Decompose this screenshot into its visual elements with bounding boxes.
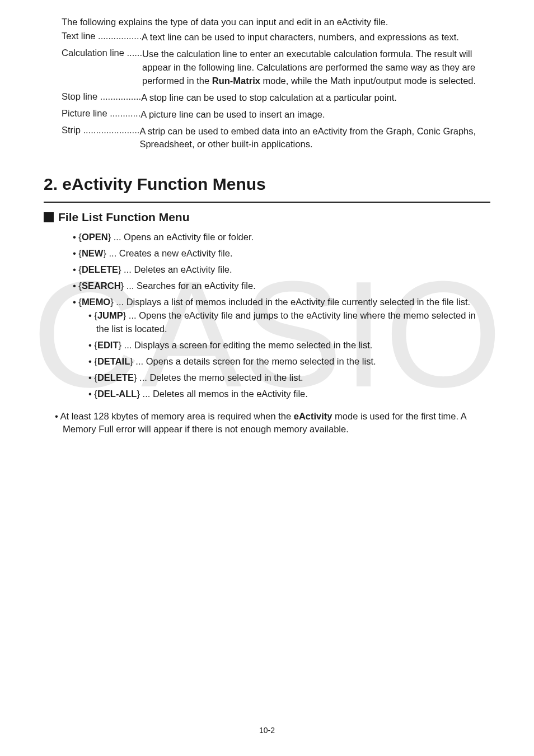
menu-desc: ... Displays a screen for editing the me… — [121, 340, 372, 350]
section-divider — [44, 202, 490, 203]
memory-note: • At least 128 kbytes of memory area is … — [55, 410, 490, 437]
menu-label: OPEN — [82, 232, 108, 242]
note-bold: eActivity — [294, 411, 332, 421]
menu-label: DEL-ALL — [97, 389, 137, 399]
definition-term: Text line ................. — [62, 31, 142, 41]
submenu-list: • {JUMP} ... Opens the eActivity file an… — [88, 309, 490, 401]
definition-desc: A stop line can be used to stop calculat… — [141, 91, 490, 105]
menu-item-memo: • {MEMO} ... Displays a list of memos in… — [73, 296, 490, 400]
definition-calculation-line: Calculation line ...... Use the calculat… — [62, 48, 490, 88]
menu-desc: ... Deletes an eActivity file. — [121, 264, 232, 274]
subsection-heading: File List Function Menu — [44, 211, 490, 224]
menu-label: DELETE — [97, 372, 134, 382]
menu-label: JUMP — [97, 310, 123, 320]
definition-term: Calculation line ...... — [62, 48, 142, 58]
menu-list: • {OPEN} ... Opens an eActivity file or … — [73, 231, 490, 400]
note-list: • At least 128 kbytes of memory area is … — [55, 410, 490, 437]
menu-item-search: • {SEARCH} ... Searches for an eActivity… — [73, 279, 490, 293]
menu-desc: ... Deletes all memos in the eActivity f… — [140, 389, 308, 399]
menu-label: NEW — [82, 248, 104, 258]
definition-desc: A strip can be used to embed data into a… — [139, 125, 490, 152]
definition-term: Strip ...................... — [62, 125, 139, 136]
submenu-item-jump: • {JUMP} ... Opens the eActivity file an… — [88, 309, 490, 336]
square-marker-icon — [44, 212, 54, 222]
definition-term: Stop line ................ — [62, 91, 141, 102]
menu-label: DELETE — [82, 264, 118, 274]
intro-paragraph: The following explains the type of data … — [62, 17, 490, 27]
submenu-item-edit: • {EDIT} ... Displays a screen for editi… — [88, 339, 490, 352]
definition-desc: A text line can be used to input charact… — [142, 31, 490, 44]
menu-desc: ... Opens the eActivity file and jumps t… — [96, 310, 476, 334]
note-pre: At least 128 kbytes of memory area is re… — [60, 411, 293, 421]
definition-strip: Strip ...................... A strip can… — [62, 125, 490, 152]
definition-desc: A picture line can be used to insert an … — [140, 108, 490, 122]
definition-desc: Use the calculation line to enter an exe… — [142, 48, 490, 88]
menu-label: DETAIL — [97, 356, 130, 366]
submenu-item-detail: • {DETAIL} ... Opens a details screen fo… — [88, 355, 490, 368]
submenu-item-delall: • {DEL-ALL} ... Deletes all memos in the… — [88, 388, 490, 401]
menu-label: MEMO — [82, 297, 110, 307]
definition-desc-bold: Run-Matrix — [212, 76, 260, 86]
definition-picture-line: Picture line ............ A picture line… — [62, 108, 490, 122]
definition-text-line: Text line ................. A text line … — [62, 31, 490, 44]
page-number: 10-2 — [0, 726, 534, 735]
definition-term: Picture line ............ — [62, 108, 140, 119]
menu-desc: ... Displays a list of memos included in… — [114, 297, 470, 307]
menu-item-open: • {OPEN} ... Opens an eActivity file or … — [73, 231, 490, 244]
menu-desc: ... Deletes the memo selected in the lis… — [137, 372, 303, 382]
menu-label: SEARCH — [82, 281, 121, 291]
menu-item-delete: • {DELETE} ... Deletes an eActivity file… — [73, 263, 490, 277]
definition-desc-post: mode, while the Math input/output mode i… — [260, 76, 476, 86]
menu-item-new: • {NEW} ... Creates a new eActivity file… — [73, 247, 490, 260]
submenu-item-delete: • {DELETE} ... Deletes the memo selected… — [88, 371, 490, 385]
menu-desc: ... Searches for an eActivity file. — [124, 281, 256, 291]
definition-stop-line: Stop line ................ A stop line c… — [62, 91, 490, 105]
menu-desc: ... Opens an eActivity file or folder. — [111, 232, 254, 242]
page-content: The following explains the type of data … — [0, 0, 534, 436]
subsection-heading-text: File List Function Menu — [58, 211, 190, 224]
menu-desc: ... Opens a details screen for the memo … — [133, 356, 376, 366]
menu-desc: ... Creates a new eActivity file. — [106, 248, 233, 258]
menu-label: EDIT — [97, 340, 119, 350]
section-heading: 2. eActivity Function Menus — [44, 175, 490, 194]
